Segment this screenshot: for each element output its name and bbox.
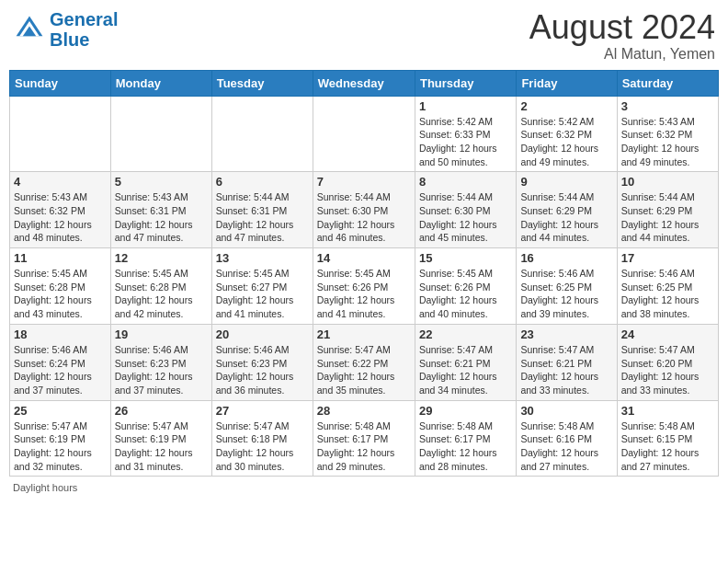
day-number: 18	[14, 327, 107, 341]
day-info: Sunrise: 5:45 AMSunset: 6:27 PMDaylight:…	[216, 267, 309, 321]
day-info: Sunrise: 5:44 AMSunset: 6:31 PMDaylight:…	[216, 190, 309, 245]
day-info: Sunrise: 5:44 AMSunset: 6:30 PMDaylight:…	[419, 190, 512, 245]
day-info: Sunrise: 5:43 AMSunset: 6:32 PMDaylight:…	[621, 115, 714, 169]
day-cell	[10, 96, 111, 172]
day-info: Sunrise: 5:46 AMSunset: 6:25 PMDaylight:…	[520, 267, 612, 321]
title-block: August 2024 Al Matun, Yemen	[529, 9, 715, 63]
day-number: 21	[317, 327, 411, 341]
week-row-4: 18Sunrise: 5:46 AMSunset: 6:24 PMDayligh…	[10, 324, 719, 400]
day-number: 8	[419, 175, 512, 189]
day-cell: 28Sunrise: 5:48 AMSunset: 6:17 PMDayligh…	[313, 400, 415, 477]
day-number: 31	[621, 404, 714, 418]
day-number: 14	[317, 251, 411, 265]
day-number: 3	[621, 99, 714, 113]
day-info: Sunrise: 5:44 AMSunset: 6:29 PMDaylight:…	[621, 190, 714, 245]
day-number: 6	[216, 175, 309, 189]
day-header-tuesday: Tuesday	[211, 70, 313, 96]
week-row-1: 1Sunrise: 5:42 AMSunset: 6:33 PMDaylight…	[10, 96, 719, 172]
day-cell: 30Sunrise: 5:48 AMSunset: 6:16 PMDayligh…	[517, 400, 617, 477]
day-info: Sunrise: 5:44 AMSunset: 6:30 PMDaylight:…	[317, 190, 411, 245]
day-header-monday: Monday	[110, 70, 211, 96]
day-cell: 20Sunrise: 5:46 AMSunset: 6:23 PMDayligh…	[211, 324, 313, 400]
day-cell: 29Sunrise: 5:48 AMSunset: 6:17 PMDayligh…	[415, 400, 516, 477]
calendar-table: SundayMondayTuesdayWednesdayThursdayFrid…	[9, 70, 719, 477]
day-cell: 19Sunrise: 5:46 AMSunset: 6:23 PMDayligh…	[110, 324, 211, 400]
day-info: Sunrise: 5:47 AMSunset: 6:21 PMDaylight:…	[419, 343, 512, 397]
day-info: Sunrise: 5:45 AMSunset: 6:28 PMDaylight:…	[115, 267, 208, 321]
day-number: 15	[419, 251, 512, 265]
day-cell: 6Sunrise: 5:44 AMSunset: 6:31 PMDaylight…	[211, 172, 313, 248]
day-cell: 31Sunrise: 5:48 AMSunset: 6:15 PMDayligh…	[617, 400, 718, 477]
day-number: 2	[520, 99, 612, 113]
day-number: 23	[520, 327, 612, 341]
day-number: 17	[621, 251, 714, 265]
day-header-wednesday: Wednesday	[313, 70, 415, 96]
day-cell: 14Sunrise: 5:45 AMSunset: 6:26 PMDayligh…	[313, 248, 415, 325]
day-cell: 15Sunrise: 5:45 AMSunset: 6:26 PMDayligh…	[415, 248, 516, 325]
logo-text: General Blue	[50, 9, 118, 50]
day-cell: 27Sunrise: 5:47 AMSunset: 6:18 PMDayligh…	[211, 400, 313, 477]
day-cell: 11Sunrise: 5:45 AMSunset: 6:28 PMDayligh…	[10, 248, 111, 325]
day-header-friday: Friday	[517, 70, 617, 96]
day-number: 27	[216, 404, 309, 418]
day-info: Sunrise: 5:46 AMSunset: 6:23 PMDaylight:…	[115, 343, 208, 397]
day-info: Sunrise: 5:42 AMSunset: 6:33 PMDaylight:…	[419, 115, 512, 169]
day-cell: 26Sunrise: 5:47 AMSunset: 6:19 PMDayligh…	[110, 400, 211, 477]
day-info: Sunrise: 5:47 AMSunset: 6:19 PMDaylight:…	[115, 419, 208, 474]
day-cell: 4Sunrise: 5:43 AMSunset: 6:32 PMDaylight…	[10, 172, 111, 248]
day-cell: 13Sunrise: 5:45 AMSunset: 6:27 PMDayligh…	[211, 248, 313, 325]
day-number: 22	[419, 327, 512, 341]
day-info: Sunrise: 5:45 AMSunset: 6:26 PMDaylight:…	[419, 267, 512, 321]
day-info: Sunrise: 5:47 AMSunset: 6:21 PMDaylight:…	[520, 343, 612, 397]
page-header: General Blue August 2024 Al Matun, Yemen	[9, 9, 719, 63]
day-header-thursday: Thursday	[415, 70, 516, 96]
location: Al Matun, Yemen	[529, 46, 715, 63]
day-info: Sunrise: 5:48 AMSunset: 6:16 PMDaylight:…	[520, 419, 612, 474]
week-row-2: 4Sunrise: 5:43 AMSunset: 6:32 PMDaylight…	[10, 172, 719, 248]
day-cell: 10Sunrise: 5:44 AMSunset: 6:29 PMDayligh…	[617, 172, 718, 248]
day-header-sunday: Sunday	[10, 70, 111, 96]
day-cell: 2Sunrise: 5:42 AMSunset: 6:32 PMDaylight…	[517, 96, 617, 172]
day-cell	[211, 96, 313, 172]
day-cell: 23Sunrise: 5:47 AMSunset: 6:21 PMDayligh…	[517, 324, 617, 400]
day-cell: 24Sunrise: 5:47 AMSunset: 6:20 PMDayligh…	[617, 324, 718, 400]
week-row-5: 25Sunrise: 5:47 AMSunset: 6:19 PMDayligh…	[10, 400, 719, 477]
day-info: Sunrise: 5:46 AMSunset: 6:23 PMDaylight:…	[216, 343, 309, 397]
day-cell: 21Sunrise: 5:47 AMSunset: 6:22 PMDayligh…	[313, 324, 415, 400]
day-info: Sunrise: 5:47 AMSunset: 6:19 PMDaylight:…	[14, 419, 107, 474]
day-info: Sunrise: 5:48 AMSunset: 6:15 PMDaylight:…	[621, 419, 714, 474]
day-info: Sunrise: 5:44 AMSunset: 6:29 PMDaylight:…	[520, 190, 612, 245]
day-number: 28	[317, 404, 411, 418]
day-info: Sunrise: 5:46 AMSunset: 6:24 PMDaylight:…	[14, 343, 107, 397]
week-row-3: 11Sunrise: 5:45 AMSunset: 6:28 PMDayligh…	[10, 248, 719, 325]
day-number: 5	[115, 175, 208, 189]
day-cell: 25Sunrise: 5:47 AMSunset: 6:19 PMDayligh…	[10, 400, 111, 477]
day-number: 13	[216, 251, 309, 265]
day-number: 7	[317, 175, 411, 189]
day-info: Sunrise: 5:42 AMSunset: 6:32 PMDaylight:…	[520, 115, 612, 169]
day-cell: 8Sunrise: 5:44 AMSunset: 6:30 PMDaylight…	[415, 172, 516, 248]
month-year: August 2024	[529, 9, 715, 46]
day-info: Sunrise: 5:48 AMSunset: 6:17 PMDaylight:…	[317, 419, 411, 474]
day-info: Sunrise: 5:45 AMSunset: 6:26 PMDaylight:…	[317, 267, 411, 321]
logo-icon	[13, 13, 46, 46]
day-number: 12	[115, 251, 208, 265]
day-cell: 5Sunrise: 5:43 AMSunset: 6:31 PMDaylight…	[110, 172, 211, 248]
day-info: Sunrise: 5:47 AMSunset: 6:18 PMDaylight:…	[216, 419, 309, 474]
day-number: 1	[419, 99, 512, 113]
day-number: 25	[14, 404, 107, 418]
header-row: SundayMondayTuesdayWednesdayThursdayFrid…	[10, 70, 719, 96]
day-number: 19	[115, 327, 208, 341]
day-info: Sunrise: 5:43 AMSunset: 6:32 PMDaylight:…	[14, 190, 107, 245]
day-cell: 16Sunrise: 5:46 AMSunset: 6:25 PMDayligh…	[517, 248, 617, 325]
day-info: Sunrise: 5:47 AMSunset: 6:22 PMDaylight:…	[317, 343, 411, 397]
day-cell	[313, 96, 415, 172]
logo: General Blue	[13, 9, 118, 50]
day-number: 9	[520, 175, 612, 189]
day-number: 26	[115, 404, 208, 418]
day-info: Sunrise: 5:46 AMSunset: 6:25 PMDaylight:…	[621, 267, 714, 321]
day-cell: 3Sunrise: 5:43 AMSunset: 6:32 PMDaylight…	[617, 96, 718, 172]
day-number: 24	[621, 327, 714, 341]
footer: Daylight hours	[9, 482, 719, 493]
day-cell: 7Sunrise: 5:44 AMSunset: 6:30 PMDaylight…	[313, 172, 415, 248]
